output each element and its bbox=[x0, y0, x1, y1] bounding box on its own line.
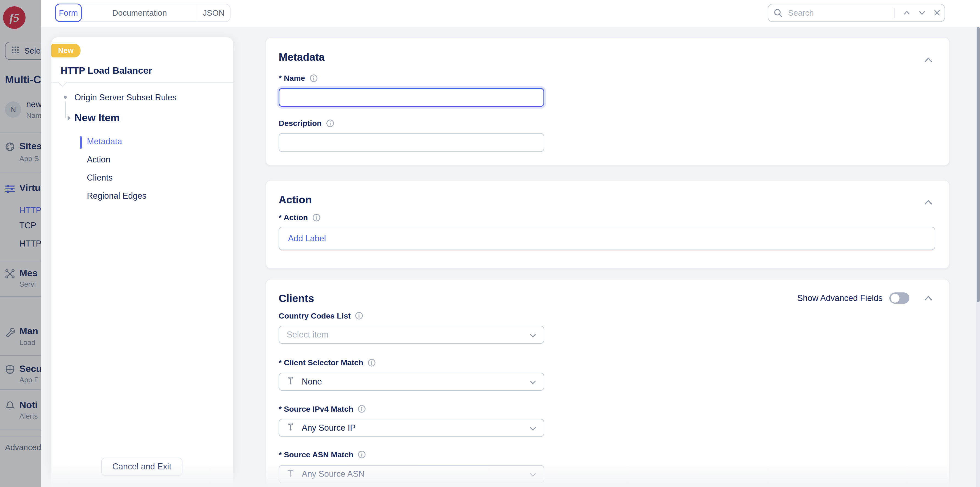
description-input[interactable] bbox=[278, 133, 544, 152]
tree-section-metadata[interactable]: Metadata bbox=[87, 132, 146, 151]
view-tabs: Form Documentation JSON bbox=[55, 4, 231, 22]
search-next-icon[interactable] bbox=[914, 6, 929, 20]
scrollbar-thumb[interactable] bbox=[977, 27, 980, 302]
tree-node-origin-server-subset-rules[interactable]: Origin Server Subset Rules bbox=[75, 92, 177, 102]
modal-dim-overlay bbox=[0, 0, 41, 487]
source-asn-value: Any Source ASN bbox=[302, 469, 523, 479]
cancel-and-exit-button[interactable]: Cancel and Exit bbox=[101, 458, 183, 476]
tab-form[interactable]: Form bbox=[55, 3, 82, 22]
metadata-collapse-chevron-icon[interactable] bbox=[924, 54, 933, 60]
source-ipv4-value: Any Source IP bbox=[302, 423, 523, 433]
tab-json[interactable]: JSON bbox=[197, 5, 230, 21]
action-labels-field[interactable]: Add Label bbox=[278, 227, 935, 250]
tree-bullet bbox=[64, 95, 67, 99]
tree-node-new-item[interactable]: New Item bbox=[75, 112, 120, 124]
panel-divider bbox=[51, 83, 233, 83]
country-codes-select[interactable]: Select item bbox=[278, 326, 544, 344]
clients-collapse-chevron-icon[interactable] bbox=[924, 295, 933, 301]
branch-icon bbox=[287, 376, 296, 388]
left-nav: f5 Sele Multi-C N new Nam Sites App S bbox=[0, 0, 41, 487]
source-ipv4-label-row: * Source IPv4 Match bbox=[278, 404, 366, 414]
action-section-card: Action * Action Add Label bbox=[266, 180, 950, 269]
scrollbar-track[interactable] bbox=[976, 27, 980, 487]
client-selector-label: * Client Selector Match bbox=[278, 358, 363, 367]
source-ipv4-select[interactable]: Any Source IP bbox=[278, 419, 544, 437]
search-close-icon[interactable] bbox=[929, 6, 945, 20]
tree-section-action[interactable]: Action bbox=[87, 151, 146, 169]
description-label: Description bbox=[278, 119, 321, 128]
info-icon[interactable] bbox=[326, 119, 334, 127]
add-label-link[interactable]: Add Label bbox=[288, 234, 326, 244]
tree-active-indicator bbox=[80, 136, 82, 149]
country-codes-label-row: Country Codes List bbox=[278, 311, 363, 320]
clients-section-card: Clients Show Advanced Fields Country Cod… bbox=[266, 279, 950, 487]
client-selector-value: None bbox=[302, 377, 523, 387]
source-ipv4-label: * Source IPv4 Match bbox=[278, 404, 353, 414]
search-icon bbox=[774, 8, 783, 18]
source-asn-label: * Source ASN Match bbox=[278, 450, 353, 459]
metadata-section-title: Metadata bbox=[278, 51, 325, 63]
action-collapse-chevron-icon[interactable] bbox=[924, 196, 933, 202]
panel-collapse-notch[interactable] bbox=[58, 78, 67, 87]
branch-icon bbox=[287, 422, 296, 434]
name-label: * Name bbox=[278, 74, 305, 83]
action-section-title: Action bbox=[278, 194, 312, 206]
tree-connector bbox=[65, 102, 66, 118]
name-label-row: * Name bbox=[278, 74, 318, 83]
action-label: * Action bbox=[278, 213, 308, 222]
panel-title: HTTP Load Balancer bbox=[61, 65, 152, 76]
info-icon[interactable] bbox=[358, 450, 366, 459]
info-icon[interactable] bbox=[368, 359, 376, 367]
tree-section-list: Metadata Action Clients Regional Edges bbox=[87, 132, 146, 205]
info-icon[interactable] bbox=[355, 312, 363, 320]
search-box[interactable] bbox=[768, 4, 945, 22]
country-codes-placeholder: Select item bbox=[287, 330, 524, 340]
clients-section-title: Clients bbox=[278, 293, 314, 304]
search-prev-icon[interactable] bbox=[899, 6, 915, 20]
source-asn-select[interactable]: Any Source ASN bbox=[278, 465, 544, 483]
advanced-fields-row: Show Advanced Fields bbox=[797, 293, 933, 304]
tab-documentation[interactable]: Documentation bbox=[82, 5, 197, 21]
metadata-section-card: Metadata * Name Description bbox=[266, 37, 950, 166]
client-selector-label-row: * Client Selector Match bbox=[278, 358, 375, 367]
country-codes-label: Country Codes List bbox=[278, 311, 350, 320]
client-selector-select[interactable]: None bbox=[278, 373, 544, 391]
wizard-panel: New HTTP Load Balancer Origin Server Sub… bbox=[51, 37, 233, 487]
action-label-row: * Action bbox=[278, 213, 320, 222]
info-icon[interactable] bbox=[358, 405, 366, 413]
chevron-down-icon bbox=[530, 422, 536, 434]
search-input[interactable] bbox=[787, 8, 894, 18]
branch-icon bbox=[287, 468, 296, 480]
info-icon[interactable] bbox=[312, 213, 321, 222]
search-divider bbox=[894, 8, 894, 18]
toggle-knob bbox=[891, 294, 899, 302]
top-bar: Form Documentation JSON bbox=[41, 0, 980, 27]
tree-section-clients[interactable]: Clients bbox=[87, 169, 146, 187]
chevron-down-icon bbox=[530, 468, 536, 480]
tree-section-regional-edges[interactable]: Regional Edges bbox=[87, 187, 146, 205]
show-advanced-fields-toggle[interactable] bbox=[889, 293, 909, 304]
name-input[interactable] bbox=[278, 88, 544, 107]
source-asn-label-row: * Source ASN Match bbox=[278, 450, 366, 459]
chevron-down-icon bbox=[530, 376, 536, 388]
tree-expand-arrow-icon[interactable] bbox=[68, 116, 71, 121]
info-icon[interactable] bbox=[310, 74, 318, 83]
chevron-down-icon bbox=[530, 329, 536, 341]
app-window: Form Documentation JSON f5 bbox=[0, 0, 980, 487]
description-label-row: Description bbox=[278, 119, 334, 128]
new-badge: New bbox=[51, 44, 81, 57]
show-advanced-fields-label: Show Advanced Fields bbox=[797, 293, 883, 303]
